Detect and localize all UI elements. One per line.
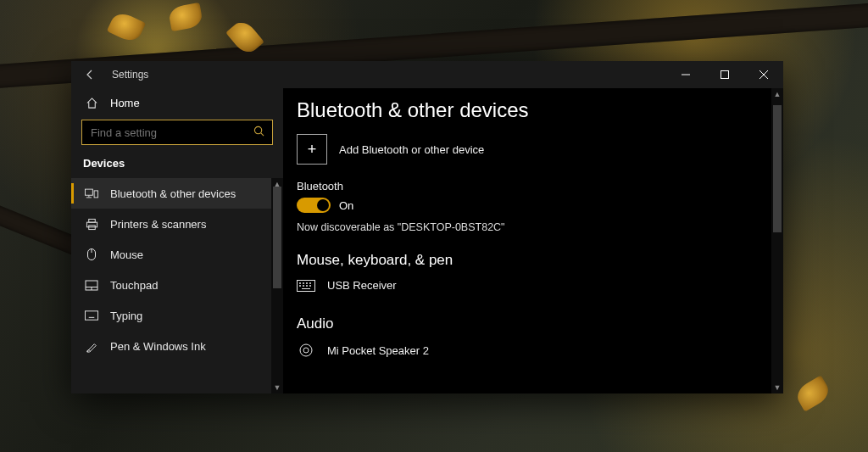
window-controls (666, 61, 783, 88)
svg-rect-11 (86, 222, 97, 227)
plus-icon: + (297, 134, 327, 165)
home-nav[interactable]: Home (71, 88, 283, 116)
home-label: Home (110, 97, 140, 109)
keyboard-icon (297, 280, 315, 292)
maximize-button[interactable] (705, 61, 744, 88)
svg-point-29 (299, 285, 300, 286)
sidebar-item-label: Typing (110, 310, 142, 322)
sidebar-item-label: Printers & scanners (110, 218, 206, 231)
svg-point-35 (303, 348, 309, 353)
svg-rect-10 (88, 219, 95, 222)
content-scrollbar[interactable]: ▲ ▼ (771, 88, 783, 393)
sidebar-scrollbar-thumb[interactable] (273, 187, 281, 288)
section-mouse-keyboard-pen: Mouse, keyboard, & pen (297, 252, 783, 269)
content-scrollbar-thumb[interactable] (773, 105, 782, 232)
sidebar-item-printers[interactable]: Printers & scanners (71, 209, 283, 239)
sidebar-item-mouse[interactable]: Mouse (71, 239, 283, 270)
svg-point-31 (306, 285, 307, 286)
home-icon (85, 97, 98, 109)
svg-point-27 (306, 282, 307, 283)
sidebar-item-label: Touchpad (110, 279, 158, 292)
device-mi-speaker[interactable]: Mi Pocket Speaker 2 (297, 339, 783, 371)
svg-rect-1 (721, 71, 729, 79)
svg-point-32 (309, 285, 310, 286)
minimize-button[interactable] (666, 61, 705, 88)
sidebar-item-bluetooth[interactable]: Bluetooth & other devices (71, 178, 283, 209)
search-wrap (81, 120, 273, 145)
svg-point-26 (303, 282, 303, 283)
scroll-down-icon[interactable]: ▼ (271, 382, 283, 393)
sidebar-nav-list: Bluetooth & other devices Printers & sca… (71, 178, 283, 393)
sidebar: Home Devices (71, 88, 283, 393)
svg-point-30 (303, 285, 303, 286)
search-input[interactable] (81, 120, 273, 145)
printer-icon (85, 218, 98, 231)
scroll-down-icon[interactable]: ▼ (771, 382, 783, 393)
bluetooth-toggle-state: On (339, 199, 353, 212)
keyboard-icon (85, 310, 98, 321)
bluetooth-toggle-row: On (297, 198, 783, 213)
devices-icon (85, 187, 98, 199)
sidebar-item-label: Bluetooth & other devices (110, 187, 236, 200)
svg-point-25 (299, 282, 300, 283)
sidebar-item-touchpad[interactable]: Touchpad (71, 270, 283, 300)
scroll-up-icon[interactable]: ▲ (771, 88, 783, 100)
device-usb-receiver[interactable]: USB Receiver (297, 276, 783, 305)
mouse-icon (85, 248, 98, 261)
close-button[interactable] (744, 61, 783, 88)
svg-point-34 (300, 344, 312, 356)
svg-rect-9 (94, 191, 97, 198)
add-device-label: Add Bluetooth or other device (339, 143, 484, 156)
page-title: Bluetooth & other devices (297, 98, 783, 122)
device-label: Mi Pocket Speaker 2 (327, 344, 429, 357)
bluetooth-label: Bluetooth (297, 180, 783, 193)
add-device-button[interactable]: + Add Bluetooth or other device (297, 134, 783, 165)
svg-point-28 (309, 282, 310, 283)
titlebar: Settings (71, 61, 783, 88)
device-label: USB Receiver (327, 279, 397, 292)
sidebar-item-typing[interactable]: Typing (71, 300, 283, 331)
sidebar-item-pen[interactable]: Pen & Windows Ink (71, 331, 283, 361)
pen-icon (85, 340, 98, 353)
sidebar-item-label: Mouse (110, 248, 143, 261)
svg-rect-6 (85, 189, 92, 195)
content-pane: Bluetooth & other devices + Add Bluetoot… (283, 88, 783, 393)
speaker-icon (297, 343, 315, 358)
back-button[interactable] (83, 68, 97, 81)
discoverable-text: Now discoverable as "DESKTOP-0BST82C" (297, 221, 783, 233)
sidebar-section-label: Devices (71, 153, 283, 178)
bluetooth-toggle[interactable] (297, 198, 331, 213)
touchpad-icon (85, 280, 98, 291)
section-audio: Audio (297, 315, 783, 332)
sidebar-scrollbar[interactable]: ▲ ▼ (271, 178, 283, 393)
window-title: Settings (112, 69, 148, 81)
sidebar-item-label: Pen & Windows Ink (110, 340, 206, 353)
svg-rect-18 (85, 311, 97, 320)
settings-window: Settings Home (71, 61, 783, 393)
